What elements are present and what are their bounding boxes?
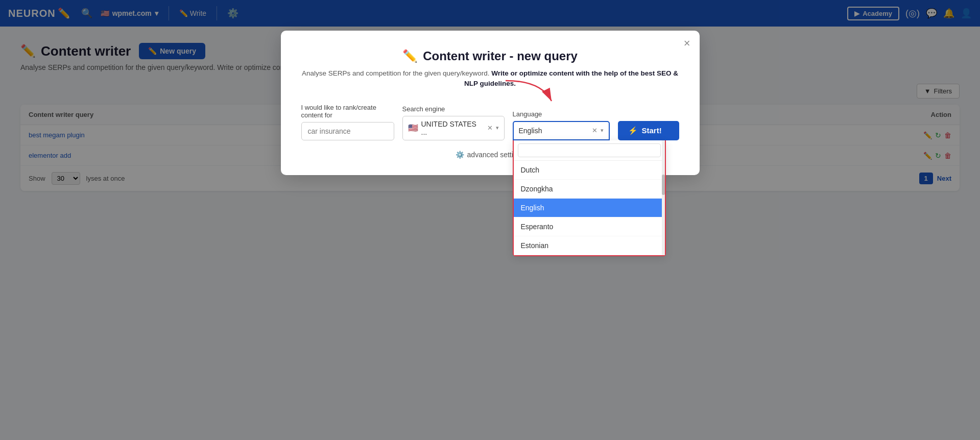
engine-chevron-icon: ▾: [496, 125, 499, 131]
language-label: Language: [513, 110, 610, 118]
language-search-box: [514, 140, 665, 161]
language-selected-value: English: [519, 127, 589, 135]
scrollbar-thumb: [662, 175, 665, 195]
engine-label: Search engine: [402, 105, 505, 113]
modal-close-button[interactable]: ×: [684, 38, 690, 49]
lang-option-estonian-label: Estonian: [521, 241, 548, 250]
engine-select[interactable]: 🇺🇸 UNITED STATES ... ✕ ▾: [402, 116, 505, 140]
modal-subtitle-p1: Analyse SERPs and competition for the gi…: [302, 69, 490, 77]
lang-option-dzongkha-label: Dzongkha: [521, 185, 553, 193]
keyword-label: I would like to rank/create content for: [301, 104, 394, 119]
start-button[interactable]: ⚡ Start!: [618, 121, 679, 140]
modal-title-text: Content writer - new query: [423, 49, 578, 63]
keyword-input[interactable]: [301, 122, 394, 140]
language-select[interactable]: English ✕ ▾: [513, 121, 610, 140]
lang-option-dutch[interactable]: Dutch: [514, 161, 665, 180]
start-icon: ⚡: [628, 126, 638, 135]
lang-option-dutch-label: Dutch: [521, 166, 540, 174]
form-row: I would like to rank/create content for …: [301, 104, 679, 140]
advanced-settings-icon: ⚙️: [456, 151, 464, 159]
modal-dialog: × ✏️ Content writer - new query Analyse …: [281, 31, 700, 175]
modal-title-icon: ✏️: [402, 49, 418, 63]
language-clear-icon[interactable]: ✕: [592, 127, 597, 134]
lang-option-esperanto-label: Esperanto: [521, 223, 554, 231]
start-button-group: ⚡ Start!: [618, 110, 679, 140]
lang-option-english-label: English: [521, 204, 544, 212]
engine-field-group: Search engine 🇺🇸 UNITED STATES ... ✕ ▾: [402, 105, 505, 140]
lang-option-dzongkha[interactable]: Dzongkha: [514, 180, 665, 199]
language-scrollbar[interactable]: [662, 140, 665, 255]
lang-option-estonian[interactable]: Estonian: [514, 236, 665, 255]
engine-selected-value: UNITED STATES ...: [421, 120, 484, 136]
engine-clear-icon[interactable]: ✕: [487, 124, 493, 132]
language-chevron-icon: ▾: [601, 127, 604, 134]
engine-flag: 🇺🇸: [408, 123, 418, 133]
language-field-group: Language English ✕ ▾ Dutch Dzongkha: [513, 110, 610, 140]
modal-subtitle-p2: Write or optimize content with the help …: [464, 69, 678, 87]
language-search-input[interactable]: [518, 143, 661, 157]
lang-option-english[interactable]: English: [514, 199, 665, 217]
modal-title: ✏️ Content writer - new query: [301, 49, 679, 63]
start-label: Start!: [642, 126, 662, 135]
modal-overlay[interactable]: × ✏️ Content writer - new query Analyse …: [0, 0, 980, 440]
lang-option-esperanto[interactable]: Esperanto: [514, 217, 665, 236]
language-dropdown: Dutch Dzongkha English Esperanto Estonia…: [513, 140, 666, 256]
keyword-field-group: I would like to rank/create content for: [301, 104, 394, 140]
modal-subtitle: Analyse SERPs and competition for the gi…: [301, 68, 679, 89]
